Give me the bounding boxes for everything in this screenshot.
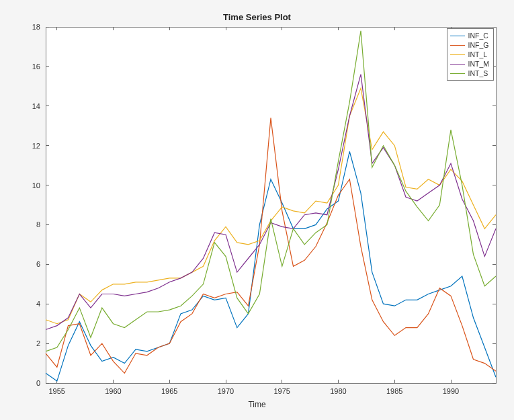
legend: INF_CINF_GINT_LINT_MINT_S	[447, 28, 495, 81]
y-tick-label: 12	[32, 142, 40, 150]
y-tick-label: 2	[36, 339, 40, 347]
legend-entry: INF_G	[450, 40, 490, 50]
legend-label: INF_C	[468, 32, 488, 40]
legend-entry: INT_S	[450, 69, 490, 78]
legend-entry: INF_C	[450, 31, 490, 40]
legend-swatch	[450, 36, 465, 36]
legend-swatch	[450, 64, 465, 65]
x-tick-label: 1970	[218, 387, 234, 395]
legend-entry: INT_M	[450, 59, 490, 69]
x-tick-label: 1985	[386, 387, 402, 395]
legend-label: INF_G	[468, 41, 489, 49]
plot-area: 0246810121416181955196019651970197519801…	[0, 0, 514, 420]
legend-entry: INT_L	[450, 50, 490, 59]
y-tick-label: 4	[36, 300, 40, 308]
y-tick-label: 0	[36, 379, 40, 387]
legend-swatch	[450, 45, 465, 46]
x-tick-label: 1965	[161, 387, 177, 395]
y-tick-label: 6	[36, 260, 40, 268]
chart-figure: Time Series Plot 02468101214161819551960…	[0, 0, 514, 420]
legend-label: INT_S	[468, 69, 488, 77]
x-tick-label: 1980	[330, 387, 346, 395]
x-tick-label: 1975	[274, 387, 290, 395]
y-tick-label: 14	[32, 102, 40, 110]
x-tick-label: 1955	[49, 387, 65, 395]
legend-label: INT_L	[468, 50, 488, 58]
x-tick-label: 1960	[105, 387, 121, 395]
y-tick-label: 16	[32, 62, 40, 71]
legend-swatch	[450, 73, 465, 74]
legend-label: INT_M	[468, 60, 490, 68]
y-tick-label: 10	[32, 181, 40, 190]
y-tick-label: 8	[36, 220, 40, 228]
svg-rect-0	[46, 27, 496, 383]
y-tick-label: 18	[32, 23, 40, 31]
x-tick-label: 1990	[443, 387, 459, 395]
x-axis-label: Time	[0, 400, 514, 409]
legend-swatch	[450, 54, 465, 55]
